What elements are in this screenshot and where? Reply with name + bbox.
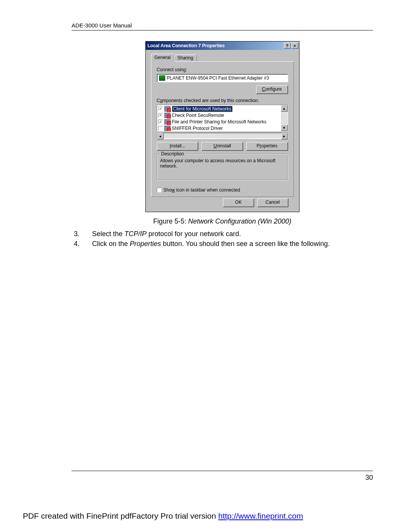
adapter-field: PLANET ENW-9504 PCI Fast Ethernet Adapte…	[157, 74, 288, 82]
properties-button[interactable]: Properties	[246, 142, 288, 151]
description-legend: Description	[160, 151, 185, 157]
list-item-label: Check Point SecuRemote	[172, 113, 224, 118]
configure-button[interactable]: Configure	[256, 85, 288, 94]
components-listbox[interactable]: ✓ Client for Microsoft Networks ✓ Check …	[157, 105, 288, 131]
checkbox-icon[interactable]: ✓	[158, 120, 163, 124]
scroll-down-icon[interactable]: ▼	[281, 125, 288, 131]
client-icon	[164, 113, 170, 118]
horizontal-scrollbar[interactable]: ◄ ►	[157, 133, 288, 139]
list-item[interactable]: ✓ Check Point SecuRemote	[157, 112, 281, 118]
list-item-label: SNIFFER Protocol Driver	[172, 126, 223, 131]
checkbox-icon[interactable]: ✓	[158, 107, 163, 111]
titlebar: Local Area Connection 7 Properties ? ×	[146, 42, 299, 50]
properties-dialog: Local Area Connection 7 Properties ? × G…	[145, 41, 299, 212]
ok-button[interactable]: OK	[223, 198, 254, 207]
list-item[interactable]: ✓ Client for Microsoft Networks	[157, 105, 281, 112]
tab-panel-general: Connect using: PLANET ENW-9504 PCI Fast …	[151, 61, 294, 197]
tab-sharing[interactable]: Sharing	[174, 54, 196, 62]
list-item[interactable]: SNIFFER Protocol Driver	[157, 125, 281, 131]
vertical-scrollbar[interactable]: ▲ ▼	[281, 105, 288, 131]
scroll-left-icon[interactable]: ◄	[157, 133, 164, 139]
tab-strip: General Sharing	[151, 54, 294, 62]
show-icon-label: Show icon in taskbar when connected	[164, 187, 240, 193]
nic-icon	[159, 75, 165, 81]
help-button[interactable]: ?	[284, 43, 291, 49]
cancel-button[interactable]: Cancel	[257, 198, 288, 207]
scroll-right-icon[interactable]: ►	[281, 133, 288, 139]
scroll-up-icon[interactable]: ▲	[281, 105, 288, 112]
checkbox-icon[interactable]: ✓	[158, 113, 163, 118]
pdf-footer: PDF created with FinePrint pdfFactory Pr…	[23, 511, 303, 521]
client-icon	[164, 106, 170, 112]
tab-general[interactable]: General	[151, 54, 174, 62]
page-header: ADE-3000 User Manual	[72, 22, 373, 30]
figure-caption: Figure 5-5: Network Configuration (Win 2…	[72, 217, 373, 225]
adapter-name: PLANET ENW-9504 PCI Fast Ethernet Adapte…	[167, 75, 269, 81]
install-button[interactable]: Install...	[157, 142, 199, 151]
components-label: Components checked are used by this conn…	[157, 98, 288, 103]
pdf-link[interactable]: http://www.fineprint.com	[218, 511, 303, 520]
uninstall-button[interactable]: Uninstall	[201, 142, 243, 151]
checkbox-icon[interactable]	[157, 188, 161, 192]
list-item-label: Client for Microsoft Networks	[172, 106, 233, 112]
close-button[interactable]: ×	[292, 43, 298, 49]
step-4: 4.Click on the Properties button. You sh…	[83, 239, 373, 248]
connect-using-label: Connect using:	[157, 67, 288, 72]
page-number: 30	[365, 474, 373, 482]
service-icon	[164, 119, 170, 125]
list-item[interactable]: ✓ File and Printer Sharing for Microsoft…	[157, 118, 281, 125]
dialog-title: Local Area Connection 7 Properties	[148, 43, 284, 48]
list-item-label: File and Printer Sharing for Microsoft N…	[172, 119, 267, 125]
checkbox-icon[interactable]	[158, 126, 163, 131]
protocol-icon	[164, 126, 170, 131]
description-text: Allows your computer to access resources…	[160, 158, 276, 169]
step-3: 3.Select the TCP/IP protocol for your ne…	[83, 229, 373, 238]
description-group: Description Allows your computer to acce…	[157, 154, 288, 181]
show-icon-row[interactable]: Show icon in taskbar when connected	[157, 187, 288, 193]
footer-rule	[72, 471, 373, 471]
